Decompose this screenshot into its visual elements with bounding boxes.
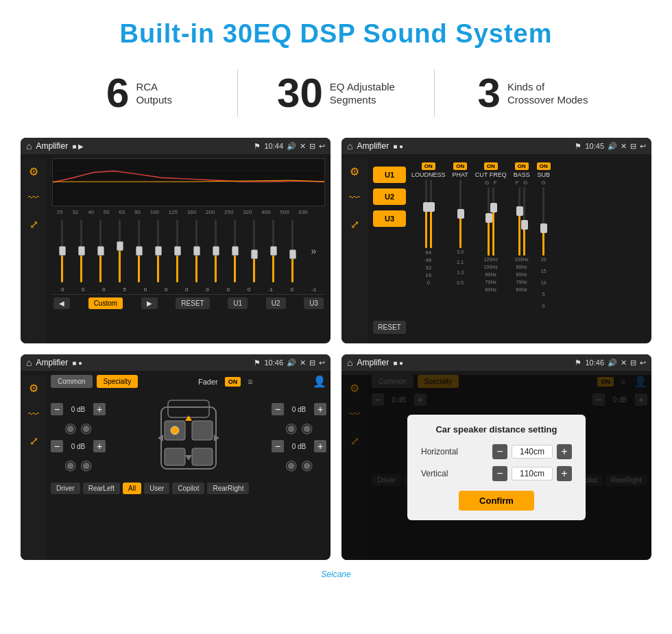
reset-button-2[interactable]: RESET: [373, 321, 406, 334]
sub-on[interactable]: ON: [537, 162, 551, 170]
fader-on-toggle[interactable]: ON: [225, 377, 241, 387]
slider-col-3[interactable]: [99, 219, 101, 282]
close-icon-4[interactable]: ✕: [621, 358, 627, 367]
slider-col-9[interactable]: [215, 219, 217, 282]
minimize-icon[interactable]: ⊟: [309, 142, 315, 151]
eq-icon-1[interactable]: ⚙: [29, 165, 38, 178]
record-status: ■ ●: [393, 143, 403, 150]
back-nav-icon-4[interactable]: ↩: [640, 358, 646, 367]
horizontal-row: Horizontal − 140cm +: [421, 444, 572, 459]
phat-on[interactable]: ON: [453, 162, 467, 170]
speaker-fr-icon: ◉: [285, 419, 297, 436]
slider-col-11[interactable]: [253, 219, 255, 282]
expand-icon-3[interactable]: ⤢: [29, 435, 38, 448]
rear-right-btn[interactable]: RearRight: [207, 483, 249, 494]
loudness-group: ON LOUDNESS 64 48 32 16 0: [411, 162, 446, 286]
eq-icon-2[interactable]: ⚙: [350, 165, 359, 178]
fl-minus-btn[interactable]: −: [51, 403, 63, 415]
back-nav-icon[interactable]: ↩: [319, 142, 325, 151]
time-2: 10:45: [585, 142, 604, 150]
wave-icon-2[interactable]: 〰: [349, 192, 360, 204]
close-icon-2[interactable]: ✕: [621, 142, 627, 151]
fader-main: Common Specialty Fader ON ≡ 👤 − 0 dB +: [47, 371, 331, 498]
stat-crossover: 3 Kinds ofCrossover Modes: [435, 73, 631, 114]
speaker-icon-3: 🔊: [287, 358, 296, 367]
rr-minus-btn[interactable]: −: [272, 440, 284, 452]
wave-icon[interactable]: 〰: [28, 192, 39, 204]
play-button[interactable]: ▶: [141, 297, 158, 309]
cutfreq-on[interactable]: ON: [484, 162, 498, 170]
u2-button-1[interactable]: U2: [266, 297, 286, 309]
home-icon-2[interactable]: ⌂: [347, 141, 352, 151]
slider-col-1[interactable]: [61, 219, 63, 282]
custom-mode-button[interactable]: Custom: [88, 297, 123, 309]
more-icon[interactable]: »: [311, 245, 317, 256]
fr-minus-btn[interactable]: −: [272, 403, 284, 415]
vertical-plus-btn[interactable]: +: [557, 466, 572, 481]
slider-col-2[interactable]: [80, 219, 82, 282]
minimize-icon-4[interactable]: ⊟: [630, 358, 636, 367]
minimize-icon-3[interactable]: ⊟: [309, 358, 315, 367]
location-icon-4: ⚑: [575, 358, 581, 367]
u2-button-2[interactable]: U2: [373, 188, 406, 205]
u3-button-2[interactable]: U3: [373, 210, 406, 227]
horizontal-minus-btn[interactable]: −: [492, 444, 507, 459]
expand-icon-2[interactable]: ⤢: [350, 218, 359, 231]
user-btn-3[interactable]: User: [144, 483, 169, 494]
u1-button-1[interactable]: U1: [228, 297, 248, 309]
cutfreq-label: CUT FREQ: [475, 171, 507, 178]
rear-right-db-row: − 0 dB +: [272, 440, 326, 452]
slider-col-5[interactable]: [138, 219, 140, 282]
cutfreq-group: ON CUT FREQ G F 120Hz100Hz80Hz70Hz60Hz: [475, 162, 507, 292]
common-tab-3[interactable]: Common: [51, 375, 93, 388]
fr-plus-btn[interactable]: +: [314, 403, 326, 415]
eq-icon-3[interactable]: ⚙: [29, 382, 38, 395]
loudness-label: LOUDNESS: [411, 171, 446, 178]
minimize-icon-2[interactable]: ⊟: [630, 142, 636, 151]
slider-col-4[interactable]: [119, 219, 121, 282]
close-icon-3[interactable]: ✕: [300, 358, 306, 367]
rear-left-speakers: ◉ ◉: [51, 456, 106, 473]
bass-label: BASS: [514, 171, 530, 178]
horizontal-plus-btn[interactable]: +: [557, 444, 572, 459]
svg-point-9: [171, 426, 179, 435]
svg-rect-4: [168, 400, 209, 417]
status-bar-2: ⌂ Amplifier ■ ● ⚑ 10:45 🔊 ✕ ⊟ ↩: [341, 138, 651, 154]
rl-plus-btn[interactable]: +: [93, 440, 106, 452]
back-nav-icon-3[interactable]: ↩: [319, 358, 325, 367]
specialty-tab-3[interactable]: Specialty: [97, 375, 139, 388]
slider-col-10[interactable]: [234, 219, 236, 282]
rear-left-btn[interactable]: RearLeft: [83, 483, 120, 494]
u3-button-1[interactable]: U3: [304, 297, 324, 309]
back-nav-icon-2[interactable]: ↩: [640, 142, 646, 151]
slider-col-12[interactable]: [272, 219, 274, 282]
copilot-btn[interactable]: Copilot: [172, 483, 204, 494]
bass-on[interactable]: ON: [515, 162, 529, 170]
confirm-button[interactable]: Confirm: [459, 491, 534, 511]
close-icon[interactable]: ✕: [300, 142, 306, 151]
screen-eq: ⌂ Amplifier ■ ▶ ⚑ 10:44 🔊 ✕ ⊟ ↩ ⚙ 〰 ⤢: [21, 138, 331, 343]
home-icon-4[interactable]: ⌂: [347, 357, 352, 368]
phat-label: PHAT: [453, 171, 468, 178]
home-icon-3[interactable]: ⌂: [26, 357, 32, 368]
user-icon-3[interactable]: 👤: [313, 375, 326, 388]
home-icon[interactable]: ⌂: [26, 141, 32, 151]
wave-icon-3[interactable]: 〰: [28, 409, 39, 421]
reset-button-1[interactable]: RESET: [176, 297, 209, 309]
expand-icon[interactable]: ⤢: [29, 218, 38, 231]
all-btn[interactable]: All: [123, 483, 141, 494]
u1-button-2[interactable]: U1: [373, 167, 406, 183]
speaker-rr2-icon: ◉: [301, 456, 313, 473]
driver-btn[interactable]: Driver: [51, 483, 80, 494]
slider-col-8[interactable]: [195, 219, 197, 282]
slider-col-6[interactable]: [157, 219, 159, 282]
vertical-minus-btn[interactable]: −: [492, 466, 507, 481]
slider-col-13[interactable]: [291, 219, 293, 282]
loudness-on[interactable]: ON: [422, 162, 435, 170]
slider-col-7[interactable]: [176, 219, 178, 282]
fl-plus-btn[interactable]: +: [93, 403, 106, 415]
screen-distance: ⌂ Amplifier ■ ● ⚑ 10:46 🔊 ✕ ⊟ ↩ ⚙ 〰 ⤢ Co…: [341, 354, 651, 560]
back-button[interactable]: ◀: [53, 297, 70, 309]
rl-minus-btn[interactable]: −: [51, 440, 63, 452]
rr-plus-btn[interactable]: +: [314, 440, 326, 452]
